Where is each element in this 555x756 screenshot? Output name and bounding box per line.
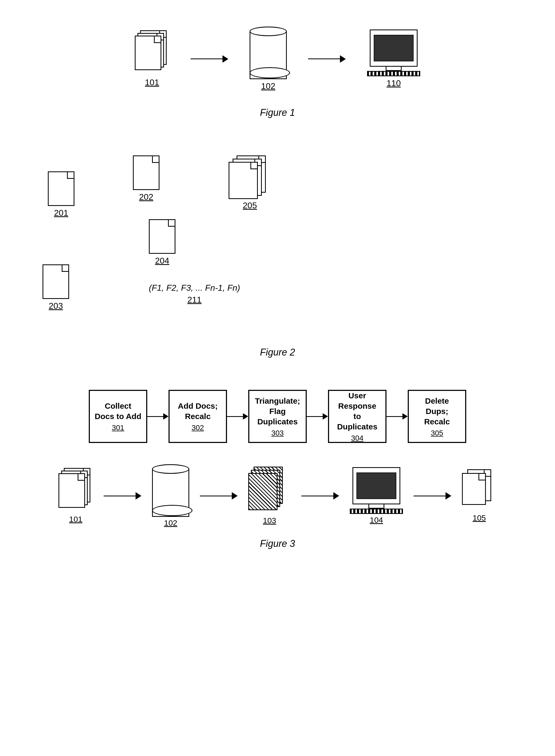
arrow-head — [222, 55, 228, 63]
fig3-computer-group: 104 — [350, 467, 403, 525]
doc203-icon — [43, 264, 69, 299]
fig3-arrow-head1 — [136, 492, 141, 499]
doc205-ref: 205 — [228, 201, 271, 211]
figure1-docs-ref: 101 — [145, 78, 159, 87]
figure2-diagram: 201 202 205 204 203 (F1, F2, F3, ... Fn-… — [21, 150, 534, 331]
figure3-label: Figure 3 — [260, 538, 295, 549]
fig3-output-icon — [462, 469, 497, 512]
arrow-301-302 — [147, 413, 169, 419]
box305-ref: 305 — [431, 429, 443, 437]
fig3-arrow3 — [301, 492, 339, 499]
figure1-db-ref: 102 — [261, 81, 275, 91]
fig3-cylinder-body — [152, 469, 189, 517]
doc203-ref: 203 — [43, 301, 69, 311]
figure1-computer-ref: 110 — [386, 78, 400, 88]
arrow-line-2 — [308, 58, 340, 59]
box302-text: Add Docs; Recalc — [174, 401, 222, 421]
fig3-monitor-screen — [356, 473, 396, 499]
fig3-arrow1 — [104, 492, 141, 499]
figure2-section: 201 202 205 204 203 (F1, F2, F3, ... Fn-… — [21, 139, 534, 358]
fig3-db-icon — [152, 464, 189, 517]
fig3-arrow-head4 — [445, 492, 451, 499]
output-doc-2 — [462, 473, 486, 505]
doc201-icon — [48, 171, 75, 206]
flow-box-305: Delete Dups; Recalc 305 — [408, 390, 466, 443]
flow-arrow-line-3 — [307, 416, 323, 417]
doc202-icon — [133, 155, 160, 190]
fig3-monitor-base — [350, 508, 403, 514]
flow-arrow-line-4 — [386, 416, 402, 417]
formula-text: (F1, F2, F3, ... Fn-1, Fn) — [149, 283, 240, 293]
figure1-docs-group: 101 — [135, 30, 169, 87]
figure1-diagram: 101 102 — [21, 27, 534, 91]
flow-box-303: Triangulate; Flag Duplicates 303 — [248, 390, 307, 443]
fig3-arrow4 — [414, 492, 451, 499]
monitor-screen — [374, 35, 414, 61]
arrow-line — [190, 58, 222, 59]
box304-ref: 304 — [351, 434, 364, 442]
flow-box-302: Add Docs; Recalc 302 — [169, 390, 227, 443]
flow-arrow-line-2 — [227, 416, 243, 417]
figure2-label: Figure 2 — [260, 347, 295, 358]
flow-arrow-head-3 — [323, 413, 328, 419]
doc202-ref: 202 — [133, 192, 160, 202]
fig3-docs-group: 101 — [58, 468, 93, 524]
figure3-flow: Collect Docs to Add 301 Add Docs; Recalc… — [89, 390, 466, 443]
box303-ref: 303 — [271, 429, 284, 437]
fig3-monitor — [352, 467, 400, 504]
flow-arrow-line — [147, 416, 163, 417]
figure1-db-group: 102 — [250, 27, 287, 91]
figure1-db-icon — [250, 27, 287, 79]
monitor — [370, 30, 418, 67]
flow-arrow-head — [163, 413, 169, 419]
formula-ref: 211 — [149, 295, 240, 305]
monitor-stand — [386, 67, 401, 71]
figure1-arrow2 — [308, 55, 346, 63]
doc204-icon — [149, 219, 175, 254]
box304-text: User Response to Duplicates — [333, 390, 381, 432]
fig3-hatched-group: 103 — [248, 466, 291, 525]
flow-arrow-head-2 — [243, 413, 248, 419]
figure1-computer-group: 110 — [367, 30, 420, 88]
fig3-arrow-line1 — [104, 496, 136, 496]
flow-box-301: Collect Docs to Add 301 — [89, 390, 147, 443]
flow-box-304: User Response to Duplicates 304 — [328, 390, 386, 443]
figure1-docs-icon — [135, 30, 169, 76]
arrow-head-2 — [340, 55, 346, 63]
fig3-hatched-icon — [248, 466, 291, 515]
fig3-arrow-head3 — [333, 492, 339, 499]
fig3-cylinder-top — [152, 464, 189, 474]
box305-text: Delete Dups; Recalc — [413, 396, 461, 427]
fig3-arrow-line4 — [414, 496, 445, 496]
fig3-arrow-head2 — [232, 492, 238, 499]
doc203: 203 — [43, 264, 69, 311]
fig3-docs-ref: 101 — [69, 515, 82, 524]
fig3-doc-page-3 — [58, 473, 85, 508]
doc201: 201 — [48, 171, 75, 218]
fig3-arrow2 — [200, 492, 238, 499]
doc202: 202 — [133, 155, 160, 202]
figure1-arrow1 — [190, 55, 228, 63]
fig3-output-group: 105 — [462, 469, 497, 523]
figure1-label: Figure 1 — [260, 107, 295, 118]
box301-ref: 301 — [112, 424, 124, 432]
box302-ref: 302 — [191, 424, 204, 432]
doc204-ref: 204 — [149, 256, 175, 266]
formula-group: (F1, F2, F3, ... Fn-1, Fn) 211 — [149, 283, 240, 305]
box301-text: Collect Docs to Add — [94, 401, 142, 421]
fig3-output-ref: 105 — [473, 514, 486, 523]
box303-text: Triangulate; Flag Duplicates — [254, 396, 301, 427]
arrow-304-305 — [386, 413, 408, 419]
fig3-computer-icon — [350, 467, 403, 514]
flow-arrow-head-4 — [402, 413, 408, 419]
fig3-hatched-ref: 103 — [263, 516, 276, 525]
fig3-arrow-line2 — [200, 496, 232, 496]
figure3-section: Collect Docs to Add 301 Add Docs; Recalc… — [21, 379, 534, 549]
doc205-page3 — [228, 162, 258, 199]
arrow-303-304 — [307, 413, 328, 419]
figure3-bottom-diagram: 101 102 103 — [58, 464, 497, 528]
fig3-docs-icon — [58, 468, 93, 513]
fig3-arrow-line3 — [301, 496, 333, 496]
doc201-ref: 201 — [48, 208, 75, 218]
fig3-db-group: 102 — [152, 464, 189, 528]
